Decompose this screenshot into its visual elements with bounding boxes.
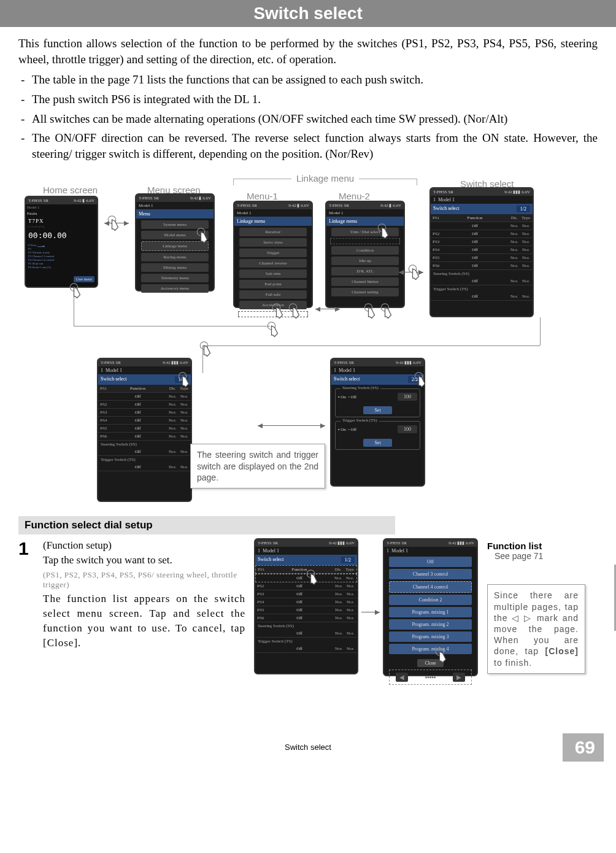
tap-pointer-icon <box>374 222 393 240</box>
intro-block: This function allows selection of the fu… <box>18 36 598 67</box>
page-number: 69 <box>563 733 604 762</box>
step-line-2: The function list appears on the switch … <box>43 592 245 650</box>
bullet-3: All switches can be made alternating ope… <box>32 111 598 127</box>
function-list-ref: See page 71 <box>495 551 543 561</box>
step-number: 1 <box>18 538 34 722</box>
tap-pointer-icon <box>377 301 396 320</box>
tap-pointer-icon <box>196 339 215 358</box>
bullet-list: -The table in the page 71 lists the func… <box>18 72 598 161</box>
function-list-title: Function list <box>487 541 543 551</box>
step-setup-heading: (Function setup) <box>43 538 245 553</box>
linkage-menu-2: T-FHSS SR9:42 ▮ 6.6V Model 1 Linkage men… <box>325 201 405 308</box>
intro-text: This function allows selection of the fu… <box>18 36 598 67</box>
linkage-menu-1: T-FHSS SR9:42 ▮ 6.6V Model 1 Linkage men… <box>233 201 313 308</box>
tap-pointer-icon <box>269 301 287 320</box>
tap-pointer-icon <box>66 281 85 299</box>
tap-pointer-icon <box>193 226 212 244</box>
navigation-diagram: Home screen Menu screen Linkage menu Men… <box>18 168 598 511</box>
bullet-4: The ON/OFF direction can be reversed. Th… <box>32 130 598 161</box>
label-menu2: Menu-2 <box>339 191 370 201</box>
prev-icon: ◀ <box>396 673 408 682</box>
tap-pointer-icon <box>405 263 423 281</box>
tap-pointer-icon <box>411 370 429 388</box>
function-list-screen: T-FHSS SR9:42 ▮▮▮ 6.6V 1 Model 1 Off Cha… <box>383 538 478 676</box>
tap-pointer-icon <box>432 646 450 664</box>
bullet-1: The table in the page 71 lists the funct… <box>32 72 598 88</box>
step-small: (PS1, PS2, PS3, PS4, PS5, PS6/ steering … <box>43 570 245 589</box>
tap-pointer-icon <box>175 370 193 388</box>
label-menu1: Menu-1 <box>247 191 278 201</box>
tap-pointer-icon <box>264 320 282 338</box>
tap-pointer-icon <box>104 214 123 232</box>
step-1: 1 (Function setup) Tap the switch you wa… <box>18 538 598 722</box>
footer-title: Switch select <box>285 743 331 752</box>
section-header: Function select dial setup <box>18 516 395 535</box>
bullet-2: The push switch PS6 is integrated with t… <box>32 91 598 107</box>
tap-pointer-icon <box>361 301 379 320</box>
tap-pointer-icon <box>285 301 304 320</box>
tap-pointer-icon <box>303 568 321 586</box>
label-linkage: Linkage menu <box>291 173 359 183</box>
switch-select-screen-step: T-FHSS SR9:42 ▮▮▮ 6.6V 1 Model 1 Switch … <box>254 538 358 674</box>
note-multi-page: Since there are multiple pages, tap the … <box>487 584 585 673</box>
home-screen: T-FHSS SR9:42 ▮ 6.6V Model 1 Futaba T7PX… <box>25 196 98 288</box>
step-line-1: Tap the switch you want to set. <box>43 553 245 568</box>
note-2nd-page: The steering switch and trigger switch a… <box>190 444 325 488</box>
label-home: Home screen <box>43 185 98 195</box>
page-title: Switch select <box>0 0 616 27</box>
next-icon: ▶ <box>453 673 465 682</box>
switch-select-screen-1: T-FHSS SR9:42 ▮▮▮ 6.6V 1 Model 1 Switch … <box>429 187 534 317</box>
